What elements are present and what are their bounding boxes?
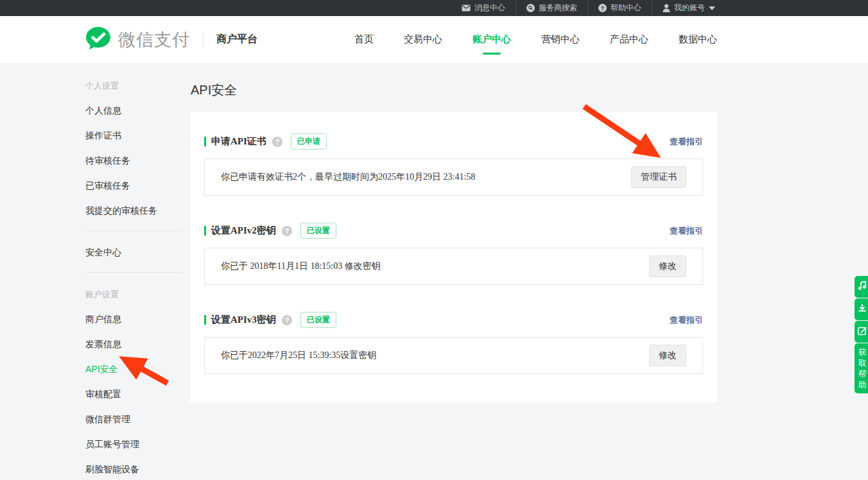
sidebar-item-reviewed-tasks[interactable]: 已审核任务 [85,180,190,192]
modify-apiv2-key-button[interactable]: 修改 [649,255,686,277]
header-divider [203,31,204,48]
user-icon [663,4,670,12]
help-circle-icon: ? [598,4,607,12]
music-note-icon [858,281,867,293]
wechat-pay-logo[interactable]: 微信支付 [85,26,190,53]
help-tooltip-icon[interactable]: ? [282,226,292,236]
main-content: API安全 申请API证书 ? 已申请 查看指引 你已申请有效证书2个，最早过期… [190,80,717,480]
message-center-label: 消息中心 [474,3,505,13]
status-badge: 已设置 [300,223,336,239]
apiv3-key-status-text: 你已于2022年7月25日 15:39:35设置密钥 [221,350,376,361]
section-title: 申请API证书 [211,135,266,148]
section-apply-api-certificate: 申请API证书 ? 已申请 查看指引 你已申请有效证书2个，最早过期时间为202… [204,133,703,196]
apiv3-key-info-box: 你已于2022年7月25日 15:39:35设置密钥 修改 [204,337,703,374]
certificate-info-box: 你已申请有效证书2个，最早过期时间为2025年10月29日 23:41:58 管… [204,159,703,196]
download-icon [858,304,867,316]
section-title: 设置APIv2密钥 [211,225,276,237]
help-tooltip-icon[interactable]: ? [272,137,282,147]
nav-item-home[interactable]: 首页 [354,30,374,49]
apiv2-key-info-box: 你已于 2018年11月1日 18:15:03 修改密钥 修改 [204,248,703,285]
sidebar-divider [85,230,182,231]
view-guide-link[interactable]: 查看指引 [670,225,703,237]
section-accent-bar [204,226,206,236]
caret-down-icon [709,6,715,10]
wechat-bubble-icon [85,26,111,53]
nav-item-product-center[interactable]: 产品中心 [610,30,648,49]
nav-item-transaction-center[interactable]: 交易中心 [404,30,442,49]
site-header: 微信支付 商户平台 首页 交易中心 账户中心 营销中心 产品中心 数据中心 [0,16,868,63]
nav-item-marketing-center[interactable]: 营销中心 [541,30,580,49]
get-help-button[interactable]: 获取帮助 [855,343,868,393]
sidebar-item-pending-review-tasks[interactable]: 待审核任务 [85,155,190,167]
primary-nav: 首页 交易中心 账户中心 营销中心 产品中心 数据中心 [354,30,717,49]
svg-text:?: ? [601,5,605,12]
view-guide-link[interactable]: 查看指引 [670,314,703,326]
message-center-link[interactable]: 消息中心 [451,0,516,16]
sidebar-item-my-submitted-review-tasks[interactable]: 我提交的审核任务 [85,205,190,217]
service-provider-search-link[interactable]: 服务商搜索 [516,0,587,16]
manage-certificate-button[interactable]: 管理证书 [631,166,686,188]
top-utility-bar: 消息中心 服务商搜索 ? 帮助中心 我的账号 [0,0,868,16]
floating-button-2[interactable] [855,298,868,320]
sidebar-item-staff-account-management[interactable]: 员工账号管理 [85,439,190,450]
sidebar-item-merchant-info[interactable]: 商户信息 [85,314,190,325]
sidebar-item-security-center[interactable]: 安全中心 [85,247,190,259]
status-badge: 已设置 [300,312,336,328]
sidebar-divider [85,272,182,273]
sidebar-section-personal-settings: 个人设置 [85,80,190,92]
floating-button-1[interactable] [855,276,868,298]
help-center-label: 帮助中心 [611,3,641,13]
sidebar-item-wechat-group-management[interactable]: 微信群管理 [85,414,190,425]
sidebar-item-invoice-info[interactable]: 发票信息 [85,339,190,350]
portal-label: 商户平台 [216,33,257,46]
sidebar-item-operation-certificate[interactable]: 操作证书 [85,130,190,142]
sidebar-item-face-recognition-devices[interactable]: 刷脸智能设备 [85,464,190,476]
edit-icon [858,326,867,338]
sidebar-item-personal-info[interactable]: 个人信息 [85,105,190,117]
section-accent-bar [204,315,206,325]
sidebar-item-api-security[interactable]: API安全 [85,364,190,375]
floating-button-3[interactable] [855,321,868,343]
help-tooltip-icon[interactable]: ? [282,315,292,325]
help-center-link[interactable]: ? 帮助中心 [587,0,652,16]
floating-help-widget: 获取帮助 [855,276,868,393]
logo-wordmark: 微信支付 [118,28,190,51]
certificate-status-text: 你已申请有效证书2个，最早过期时间为2025年10月29日 23:41:58 [221,171,475,183]
apiv2-key-status-text: 你已于 2018年11月1日 18:15:03 修改密钥 [221,261,381,272]
section-title: 设置APIv3密钥 [211,314,276,326]
section-apiv2-key: 设置APIv2密钥 ? 已设置 查看指引 你已于 2018年11月1日 18:1… [204,223,703,285]
mail-icon [462,4,471,12]
nav-item-account-center[interactable]: 账户中心 [473,30,511,49]
section-accent-bar [204,137,206,146]
my-account-menu[interactable]: 我的账号 [652,0,725,16]
sidebar: 个人设置 个人信息 操作证书 待审核任务 已审核任务 我提交的审核任务 安全中心… [85,80,190,480]
view-guide-link[interactable]: 查看指引 [670,136,703,148]
status-badge: 已申请 [291,133,327,150]
section-apiv3-key: 设置APIv3密钥 ? 已设置 查看指引 你已于2022年7月25日 15:39… [204,312,703,374]
my-account-label: 我的账号 [674,3,705,13]
search-circle-icon [526,4,535,12]
sidebar-item-review-config[interactable]: 审核配置 [85,389,190,400]
page-title: API安全 [191,81,717,99]
nav-item-data-center[interactable]: 数据中心 [679,30,717,49]
api-security-card: 申请API证书 ? 已申请 查看指引 你已申请有效证书2个，最早过期时间为202… [190,112,717,402]
sidebar-section-account-settings: 账户设置 [85,289,190,300]
service-provider-search-label: 服务商搜索 [539,3,577,13]
page-body: 个人设置 个人信息 操作证书 待审核任务 已审核任务 我提交的审核任务 安全中心… [0,63,868,480]
modify-apiv3-key-button[interactable]: 修改 [649,345,686,366]
